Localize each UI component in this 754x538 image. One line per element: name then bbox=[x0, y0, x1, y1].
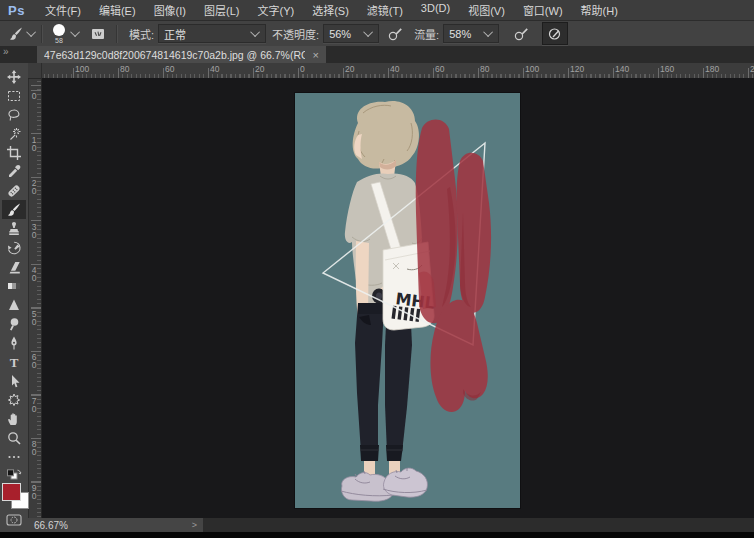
ruler-label: 40 bbox=[210, 64, 219, 74]
canvas-image[interactable]: MHL bbox=[295, 93, 520, 508]
brush-tip-preview bbox=[53, 24, 65, 36]
color-wells bbox=[1, 483, 27, 512]
separator bbox=[116, 25, 118, 43]
ruler-label: 80 bbox=[480, 64, 489, 74]
status-chevron-icon[interactable]: > bbox=[192, 520, 197, 530]
gradient-icon bbox=[6, 278, 22, 294]
menu-item[interactable]: 视图(V) bbox=[459, 2, 514, 18]
menu-item[interactable]: 窗口(W) bbox=[514, 2, 572, 18]
tool-lasso[interactable] bbox=[2, 105, 26, 124]
options-bar: 58 模式: 正常 不透明度: 56% 流量: 58% bbox=[0, 21, 754, 47]
toggle-brush-panel-button[interactable] bbox=[86, 23, 110, 44]
blend-mode-value: 正常 bbox=[164, 26, 186, 42]
menu-item[interactable]: 滤镜(T) bbox=[358, 2, 412, 18]
tool-list: T bbox=[2, 67, 26, 466]
ruler-label: 0 bbox=[29, 91, 39, 99]
ruler-label: 200 bbox=[750, 64, 754, 74]
clone-stamp-icon bbox=[6, 221, 22, 237]
ruler-label: 40 bbox=[29, 265, 39, 281]
ruler-label: 100 bbox=[75, 64, 89, 74]
opacity-select[interactable]: 56% bbox=[323, 24, 379, 43]
opacity-value: 56% bbox=[329, 28, 351, 40]
tool-pen[interactable] bbox=[2, 333, 26, 352]
pasteboard[interactable]: MHL bbox=[42, 78, 754, 518]
vertical-ruler[interactable]: 0102030405060708090100 bbox=[28, 78, 42, 518]
pressure-flow-button[interactable] bbox=[509, 23, 533, 44]
default-colors-button[interactable] bbox=[6, 469, 22, 481]
menu-item[interactable]: 文字(Y) bbox=[248, 2, 303, 18]
menu-item[interactable]: 文件(F) bbox=[36, 2, 90, 18]
menu-item[interactable]: 图层(L) bbox=[195, 2, 248, 18]
history-brush-icon bbox=[6, 240, 22, 256]
crop-icon bbox=[6, 145, 22, 161]
ruler-origin-corner[interactable] bbox=[28, 63, 42, 79]
tool-hand[interactable] bbox=[2, 409, 26, 428]
tool-sharpen[interactable] bbox=[2, 295, 26, 314]
quick-mask-icon bbox=[6, 512, 22, 528]
tool-edit-toolbar[interactable] bbox=[2, 447, 26, 466]
status-zoom-field[interactable]: 66.67% > bbox=[28, 518, 203, 532]
chevron-down-icon bbox=[363, 27, 373, 37]
brush-size-value: 58 bbox=[55, 37, 63, 44]
ruler-label: 60 bbox=[29, 352, 39, 368]
spot-healing-brush-icon bbox=[6, 183, 22, 199]
ruler-label: 0 bbox=[300, 64, 305, 74]
ruler-label: 20 bbox=[345, 64, 354, 74]
custom-shape-icon bbox=[6, 392, 22, 408]
pen-icon bbox=[6, 335, 22, 351]
blend-mode-select[interactable]: 正常 bbox=[158, 24, 266, 43]
photoshop-logo: Ps bbox=[0, 3, 36, 18]
tool-type[interactable]: T bbox=[2, 352, 26, 371]
airbrush-icon bbox=[547, 26, 563, 42]
tool-crop[interactable] bbox=[2, 143, 26, 162]
tool-dodge[interactable] bbox=[2, 314, 26, 333]
ruler-label: 60 bbox=[165, 64, 174, 74]
menubar-items: 文件(F)编辑(E)图像(I)图层(L)文字(Y)选择(S)滤镜(T)3D(D)… bbox=[36, 2, 627, 18]
tool-path-selection[interactable] bbox=[2, 371, 26, 390]
foreground-color-swatch[interactable] bbox=[2, 483, 21, 501]
menu-item[interactable]: 帮助(H) bbox=[572, 2, 627, 18]
pressure-opacity-button[interactable] bbox=[383, 23, 407, 44]
ruler-label: 70 bbox=[29, 396, 39, 412]
tool-history-brush[interactable] bbox=[2, 238, 26, 257]
document-canvas[interactable]: MHL bbox=[295, 93, 520, 508]
quick-mask-button[interactable] bbox=[2, 512, 26, 528]
tool-zoom[interactable] bbox=[2, 428, 26, 447]
menu-item[interactable]: 图像(I) bbox=[145, 2, 195, 18]
opacity-label: 不透明度: bbox=[272, 26, 319, 42]
flow-label: 流量: bbox=[414, 26, 439, 42]
tool-eraser[interactable] bbox=[2, 257, 26, 276]
tool-spot-healing-brush[interactable] bbox=[2, 181, 26, 200]
brush-preset-picker[interactable]: 58 bbox=[48, 23, 70, 44]
ruler-label: 100 bbox=[525, 64, 539, 74]
move-icon bbox=[6, 69, 22, 85]
document-tab-bar: » 47e63d129c0d8f200674814619c70a2b.jpg @… bbox=[0, 46, 754, 63]
zoom-icon bbox=[6, 430, 22, 446]
menu-item[interactable]: 3D(D) bbox=[412, 2, 459, 18]
tool-custom-shape[interactable] bbox=[2, 390, 26, 409]
chevron-down-icon[interactable] bbox=[70, 27, 80, 37]
flow-select[interactable]: 58% bbox=[443, 24, 499, 43]
menu-bar: Ps 文件(F)编辑(E)图像(I)图层(L)文字(Y)选择(S)滤镜(T)3D… bbox=[0, 0, 754, 21]
tool-move[interactable] bbox=[2, 67, 26, 86]
ruler-label: 180 bbox=[705, 64, 719, 74]
ruler-label: 90 bbox=[29, 483, 39, 499]
lasso-icon bbox=[6, 107, 22, 123]
tool-rectangular-marquee[interactable] bbox=[2, 86, 26, 105]
menu-item[interactable]: 编辑(E) bbox=[90, 2, 145, 18]
tool-eyedropper[interactable] bbox=[2, 162, 26, 181]
tool-preset-picker[interactable] bbox=[4, 23, 28, 44]
airbrush-toggle-button[interactable] bbox=[542, 22, 568, 45]
menu-item[interactable]: 选择(S) bbox=[303, 2, 358, 18]
tool-brush[interactable] bbox=[2, 200, 26, 219]
eyedropper-icon bbox=[6, 164, 22, 180]
close-icon[interactable]: × bbox=[313, 49, 319, 61]
svg-text:T: T bbox=[10, 354, 19, 369]
status-zoom-value: 66.67% bbox=[34, 520, 68, 531]
tool-gradient[interactable] bbox=[2, 276, 26, 295]
tool-clone-stamp[interactable] bbox=[2, 219, 26, 238]
tool-magic-wand[interactable] bbox=[2, 124, 26, 143]
horizontal-ruler[interactable]: 10080604020020406080100120140160180200 bbox=[28, 63, 754, 79]
document-tab[interactable]: 47e63d129c0d8f200674814619c70a2b.jpg @ 6… bbox=[37, 46, 326, 63]
collapse-panels-icon[interactable]: » bbox=[3, 46, 8, 57]
